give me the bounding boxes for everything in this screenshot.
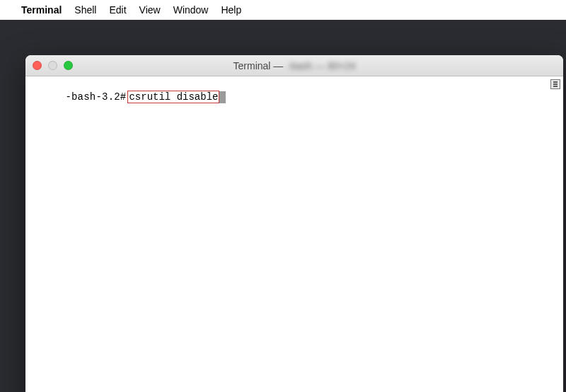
menu-edit[interactable]: Edit: [109, 4, 126, 16]
scroll-indicator-icon[interactable]: [550, 79, 560, 89]
typed-command: csrutil disable: [127, 91, 219, 103]
menu-shell[interactable]: Shell: [74, 4, 96, 16]
menu-view[interactable]: View: [139, 4, 161, 16]
minimize-button[interactable]: [48, 61, 57, 70]
desktop-background: Terminal — -bash — 80×24 -bash-3.2# csru…: [0, 20, 566, 392]
shell-prompt: -bash-3.2#: [65, 91, 126, 103]
maximize-button[interactable]: [64, 61, 73, 70]
text-cursor: [219, 91, 226, 103]
window-title-prefix: Terminal —: [233, 60, 284, 71]
window-title-obscured: -bash — 80×24: [287, 60, 355, 71]
menu-window[interactable]: Window: [173, 4, 209, 16]
menubar-app-name[interactable]: Terminal: [21, 4, 62, 16]
close-button[interactable]: [33, 61, 42, 70]
window-titlebar[interactable]: Terminal — -bash — 80×24: [25, 55, 563, 76]
terminal-content-area[interactable]: -bash-3.2# csrutil disable: [25, 76, 563, 392]
window-title: Terminal — -bash — 80×24: [25, 60, 563, 71]
terminal-window: Terminal — -bash — 80×24 -bash-3.2# csru…: [25, 55, 563, 392]
system-menubar: Terminal Shell Edit View Window Help: [0, 0, 566, 20]
traffic-lights: [33, 61, 73, 70]
menu-help[interactable]: Help: [221, 4, 241, 16]
terminal-prompt-line: -bash-3.2# csrutil disable: [65, 91, 226, 103]
